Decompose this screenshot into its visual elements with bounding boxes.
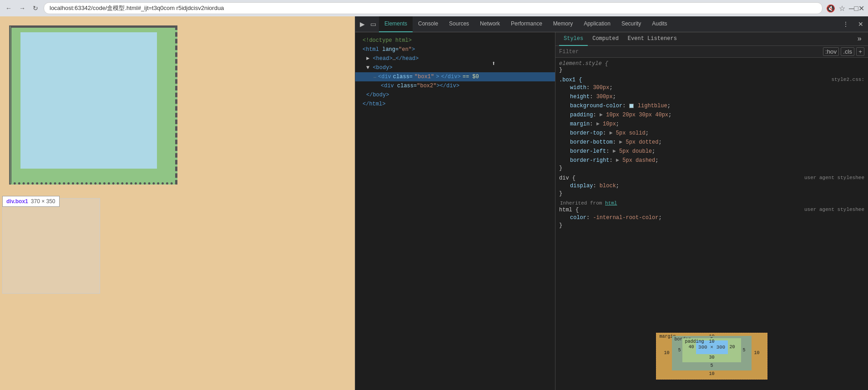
filter-input[interactable] [559, 49, 819, 55]
html-rule-close: } [559, 222, 864, 229]
filter-bar: :hov .cls + [555, 46, 868, 58]
tab-elements[interactable]: Elements [379, 16, 413, 32]
element-style-close: } [559, 67, 864, 73]
bm-border-right: 5 [741, 338, 747, 362]
div-rule-close: } [559, 190, 864, 197]
box1-rule-header: .box1 { style2.css: [559, 77, 864, 83]
add-style-button[interactable]: + [856, 47, 864, 56]
box1-prop-margin: margin: ► 10px; [559, 120, 864, 129]
styles-panel: Styles Computed Event Listeners » :hov .… [555, 32, 868, 390]
bm-border-row: 5 padding 10 40 30 [676, 338, 747, 362]
tab-application[interactable]: Application [578, 16, 616, 32]
subtab-event-listeners[interactable]: Event Listeners [623, 32, 681, 46]
tooltip-classname: div.box1 [6, 198, 28, 205]
devtools-content: <!doctype html> <html lang="en"> ► <head… [355, 32, 868, 390]
box1-rule-close: } [559, 165, 864, 171]
html-style-rule: html { user agent styleshee color: -inte… [559, 207, 864, 229]
dom-box1[interactable]: … <div class="box1"></div> == $0 [355, 72, 555, 81]
bm-margin-left: 10 [661, 336, 672, 370]
dom-html: <html lang="en"> [355, 45, 555, 54]
forward-button[interactable]: → [17, 4, 27, 13]
box1-prop-border-left: border-left: ► 5px double; [559, 147, 864, 156]
bm-padding-top: 10 [709, 339, 714, 344]
tab-memory[interactable]: Memory [548, 16, 578, 32]
mute-icon: 🔇 [826, 4, 835, 13]
dom-doctype: <!doctype html> [355, 36, 555, 45]
bm-margin-bottom: 10 [661, 371, 762, 376]
tab-audits[interactable]: Audits [646, 16, 672, 32]
reload-button[interactable]: ↻ [31, 4, 40, 13]
box1-prop-bg: background-color: lightblue; [559, 101, 864, 110]
pseudo-filter-button[interactable]: :hov [823, 47, 839, 56]
element-style-header: element.style { [559, 60, 864, 67]
box-model-diagram: margin 10 10 border 5 5 [656, 333, 767, 380]
hover-overlay [2, 198, 100, 294]
element-style-rule: element.style { } [559, 60, 864, 73]
subtab-styles[interactable]: Styles [559, 32, 588, 46]
subtab-computed[interactable]: Computed [588, 32, 623, 46]
bm-padding-right: 20 [728, 340, 737, 354]
box1-prop-border-bottom: border-bottom: ► 5px dotted; [559, 138, 864, 147]
bm-margin: margin 10 10 border 5 5 [656, 333, 767, 380]
box1-prop-border-top: border-top: ► 5px solid; [559, 129, 864, 138]
tab-security[interactable]: Security [616, 16, 646, 32]
main-area: div.box1 370 × 350 ▶ ▭ Elements Console … [0, 16, 868, 390]
more-subtabs-button[interactable]: » [854, 35, 864, 43]
dom-panel[interactable]: <!doctype html> <html lang="en"> ► <head… [355, 32, 555, 390]
bm-padding-bottom: 30 [686, 355, 737, 360]
address-bar[interactable] [44, 2, 823, 14]
devtools-extra-icons: ⋮ ✕ [840, 20, 866, 29]
div-prop-display: display: block; [559, 181, 864, 190]
box1-prop-border-right: border-right: ► 5px dashed; [559, 156, 864, 165]
bm-border-bottom: 5 [676, 363, 747, 368]
bm-border: border 5 5 padding 10 [672, 336, 751, 370]
box1-style-rule: .box1 { style2.css: width: 300px; height… [559, 77, 864, 171]
box1-prop-width: width: 300px; [559, 83, 864, 92]
html-prop-color: color: -internal-root-color; [559, 213, 864, 222]
dom-box2[interactable]: <div class="box2"></div> [355, 81, 555, 90]
more-tabs-button[interactable]: ⋮ [840, 20, 852, 29]
devtools-tabs: ▶ ▭ Elements Console Sources Network Per… [355, 16, 868, 32]
close-devtools-button[interactable]: ✕ [855, 20, 866, 29]
cls-filter-button[interactable]: .cls [841, 47, 854, 56]
bg-color-swatch[interactable] [629, 104, 634, 108]
preview-pane: div.box1 370 × 350 [0, 16, 355, 390]
bookmark-icon: ☆ [839, 4, 845, 13]
bm-padding-label: padding [685, 339, 704, 344]
html-rule-header: html { user agent styleshee [559, 207, 864, 213]
browser-icons: 🔇 ☆ ─□✕ [826, 4, 864, 13]
devtools-panel: ▶ ▭ Elements Console Sources Network Per… [355, 16, 868, 390]
browser-toolbar: ← → ↻ 🔇 ☆ ─□✕ [0, 0, 868, 16]
box1-prop-height: height: 300px; [559, 92, 864, 101]
tooltip-size: 370 × 350 [31, 198, 56, 205]
tab-network[interactable]: Network [474, 16, 505, 32]
dom-body-open[interactable]: ▼ <body> [355, 63, 555, 72]
device-toggle-button[interactable]: ▭ [368, 20, 379, 29]
back-button[interactable]: ← [4, 4, 14, 13]
style-subtabs: Styles Computed Event Listeners » [555, 32, 868, 46]
box2-element [20, 32, 157, 169]
styles-content: element.style { } .box1 { style2.css: wi… [555, 58, 868, 322]
box1-element [9, 25, 177, 185]
element-picker-button[interactable]: ▶ [357, 20, 368, 29]
filter-buttons: :hov .cls + [823, 47, 864, 56]
tab-console[interactable]: Console [413, 16, 444, 32]
dom-head[interactable]: ► <head>…</head> [355, 54, 555, 63]
cursor-icon: ⬆ [492, 60, 495, 67]
dom-body-close: </body> [355, 90, 555, 100]
box1-prop-padding: padding: ► 10px 20px 30px 40px; [559, 110, 864, 120]
element-tooltip: div.box1 370 × 350 [2, 196, 60, 207]
box-model-area: margin 10 10 border 5 5 [555, 322, 868, 390]
inherited-label: Inherited from html [559, 200, 864, 206]
bm-padding: padding 10 40 300 × 300 20 [682, 338, 741, 362]
bm-margin-row: 10 border 5 5 padding [661, 336, 762, 370]
tab-sources[interactable]: Sources [444, 16, 474, 32]
div-style-rule: div { user agent styleshee display: bloc… [559, 175, 864, 197]
tab-performance[interactable]: Performance [505, 16, 548, 32]
window-controls: ─□✕ [849, 4, 864, 13]
div-rule-header: div { user agent styleshee [559, 175, 864, 181]
bm-margin-right: 10 [752, 336, 762, 370]
dom-html-close: </html> [355, 100, 555, 109]
